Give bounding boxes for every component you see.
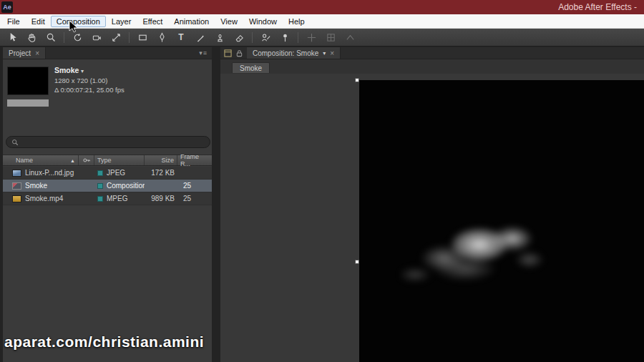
panel-grip-icon[interactable] [224, 49, 232, 57]
project-tabstrip: Project × ▾≡ [3, 47, 212, 59]
viewer-tab-bar: Smoke [220, 59, 644, 74]
item-resolution: 1280 x 720 (1.00) [54, 76, 125, 85]
layer-handle-mid-left[interactable] [355, 260, 359, 264]
row-size: 172 KB [145, 169, 177, 177]
disabled-tool-icon [323, 30, 338, 44]
video-file-icon [12, 195, 21, 202]
layer-handle-top-left[interactable] [355, 78, 359, 82]
after-effects-window: Ae Adobe After Effects - File Edit Compo… [0, 0, 644, 362]
footage-preview-thumbnail [7, 67, 49, 95]
menu-effect[interactable]: Effect [137, 16, 168, 27]
disabled-tool-icon [342, 30, 358, 44]
search-icon [11, 139, 19, 146]
roto-brush-tool-icon[interactable] [258, 30, 273, 44]
eraser-tool-icon[interactable] [231, 30, 247, 44]
label-color-chip[interactable] [97, 196, 103, 202]
column-header-size[interactable]: Size [145, 155, 177, 165]
label-color-chip[interactable] [97, 170, 103, 176]
pan-behind-tool-icon[interactable] [108, 30, 124, 44]
menu-help[interactable]: Help [283, 16, 311, 27]
composition-canvas[interactable] [359, 80, 644, 362]
titlebar: Ae Adobe After Effects - [0, 0, 644, 14]
toolbar-separator [252, 32, 253, 43]
menu-animation[interactable]: Animation [168, 16, 215, 27]
menu-layer[interactable]: Layer [106, 16, 137, 27]
smoke-render [401, 215, 544, 290]
type-tool-icon[interactable]: T [173, 30, 189, 44]
row-frame-rate: 25 [177, 182, 212, 190]
column-header-frame-rate[interactable]: Frame R... [177, 155, 212, 165]
menubar: File Edit Composition Layer Effect Anima… [0, 14, 644, 29]
project-tab[interactable]: Project × [3, 47, 46, 59]
chevron-down-icon[interactable]: ▾ [81, 68, 84, 74]
key-icon [82, 156, 91, 165]
column-header-type[interactable]: Type [94, 155, 145, 165]
composition-viewer[interactable] [220, 74, 644, 362]
window-title: Adobe After Effects - [558, 2, 637, 12]
menu-file[interactable]: File [1, 16, 26, 27]
composition-tab[interactable]: Composition: Smoke ▾ × [247, 47, 341, 59]
project-search [6, 136, 210, 148]
hand-tool-icon[interactable] [24, 30, 39, 44]
toolbar-separator [64, 32, 64, 43]
clone-stamp-tool-icon[interactable] [212, 30, 228, 44]
pen-tool-icon[interactable] [154, 30, 170, 44]
item-info: Smoke ▾ 1280 x 720 (1.00) Δ 0:00:07:21, … [54, 66, 125, 94]
camera-tool-icon[interactable] [89, 30, 104, 44]
row-type: Composition [107, 182, 145, 190]
close-icon[interactable]: × [35, 49, 39, 57]
row-size: 989 KB [145, 195, 177, 202]
sort-ascending-icon: ▲ [70, 158, 75, 163]
project-table-header: Name ▲ Type Size Frame R... [3, 155, 212, 166]
table-row[interactable]: Smoke.mp4 MPEG 989 KB 25 [3, 192, 212, 205]
composition-file-icon [12, 182, 21, 190]
project-item-list: Linux-P...nd.jpg JPEG 172 KB Smoke [3, 167, 212, 205]
menu-edit[interactable]: Edit [26, 16, 51, 27]
row-name: Linux-P...nd.jpg [25, 169, 74, 177]
item-duration: Δ 0:00:07:21, 25.00 fps [54, 85, 125, 94]
app-icon: Ae [1, 1, 13, 13]
toolbar: T [0, 29, 644, 47]
row-name: Smoke [25, 182, 47, 190]
disabled-tool-icon [303, 30, 319, 44]
menu-window[interactable]: Window [243, 16, 283, 27]
row-name: Smoke.mp4 [25, 195, 63, 202]
composition-tabstrip: Composition: Smoke ▾ × [220, 47, 644, 59]
image-file-icon [12, 170, 21, 177]
row-type: MPEG [107, 195, 127, 202]
table-row-selected[interactable]: Smoke Composition 25 [3, 180, 212, 192]
composition-panel: Composition: Smoke ▾ × Smoke [220, 47, 644, 362]
column-header-name[interactable]: Name ▲ [3, 155, 79, 165]
zoom-tool-icon[interactable] [43, 30, 59, 44]
label-color-chip[interactable] [97, 183, 103, 189]
rectangle-tool-icon[interactable] [135, 30, 150, 44]
row-type: JPEG [107, 169, 125, 177]
chevron-down-icon[interactable]: ▾ [323, 50, 326, 57]
project-tab-label: Project [9, 49, 31, 57]
puppet-pin-tool-icon[interactable] [277, 30, 293, 44]
selection-tool-icon[interactable] [4, 30, 20, 44]
mouse-cursor-icon [69, 20, 79, 34]
watermark-text: aparat.com/christian.amini [4, 333, 204, 351]
panel-menu-icon[interactable]: ▾≡ [199, 49, 208, 57]
column-name-label: Name [16, 157, 33, 164]
column-header-key[interactable] [79, 155, 94, 165]
toolbar-separator [129, 32, 130, 43]
menu-view[interactable]: View [215, 16, 243, 27]
footage-preview-bar [7, 99, 49, 107]
table-row[interactable]: Linux-P...nd.jpg JPEG 172 KB [3, 167, 212, 180]
search-input[interactable] [22, 138, 205, 146]
close-icon[interactable]: × [330, 49, 334, 57]
project-panel: Project × ▾≡ Smoke ▾ 1280 x 720 (1.00) Δ… [3, 47, 212, 362]
composition-tab-label: Composition: Smoke [253, 49, 318, 57]
item-name: Smoke [54, 66, 79, 74]
lock-icon[interactable] [235, 49, 243, 57]
toolbar-separator [298, 32, 298, 43]
brush-tool-icon[interactable] [192, 30, 208, 44]
viewer-tab-smoke[interactable]: Smoke [232, 62, 270, 73]
row-frame-rate: 25 [177, 195, 212, 202]
